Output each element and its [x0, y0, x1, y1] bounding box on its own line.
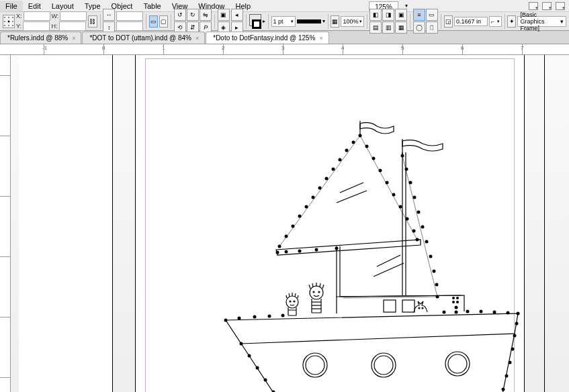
scale-percent-value: 100% [343, 18, 358, 25]
constrain-proportions-icon[interactable]: ⛓ [88, 15, 97, 28]
document-tab-label: *Doto to DotFantasy.indd @ 125% [213, 34, 315, 42]
scale-x-input[interactable] [116, 11, 143, 21]
fill-frame-icon[interactable]: ◧ [369, 9, 382, 21]
fit-content-to-frame-icon[interactable]: ▥ [382, 21, 394, 34]
auto-fit-icon[interactable]: ▦ [395, 21, 407, 34]
y-input[interactable] [23, 21, 50, 31]
margin-guide [145, 58, 515, 392]
menu-file[interactable]: File [0, 1, 23, 11]
select-container-icon[interactable]: ▣ [218, 9, 230, 21]
corner-radius-input[interactable] [454, 17, 488, 26]
swatch-dropdown-arrow[interactable]: ▸ [263, 18, 265, 24]
fit-content-icon[interactable]: ▦ [331, 15, 339, 28]
menu-edit[interactable]: Edit [23, 1, 46, 11]
close-icon[interactable]: × [320, 35, 323, 42]
corner-options-icon[interactable]: ◲ [444, 15, 453, 28]
object-style-dropdown[interactable]: [Basic Graphics Frame]▾ [517, 16, 566, 27]
svg-point-7 [8, 25, 9, 26]
wrap-none-icon[interactable]: ≡ [413, 9, 425, 21]
wrap-object-icon[interactable]: ◯ [413, 21, 425, 34]
document-tab-label: *DOT to DOT (uttam).indd @ 84% [89, 34, 191, 42]
fit-frame-to-content-icon[interactable]: ▤ [369, 21, 382, 34]
close-icon[interactable]: × [195, 35, 199, 42]
stroke-weight-value: 1 pt [273, 18, 283, 25]
h-label: H: [52, 23, 58, 30]
wrap-bounding-icon[interactable]: ▭ [426, 9, 438, 21]
svg-point-1 [8, 17, 9, 18]
svg-point-5 [12, 21, 13, 22]
document-tab[interactable]: *Rulers.indd @ 88% × [0, 32, 81, 44]
workspace [0, 55, 569, 392]
corner-shape-dropdown[interactable]: ⌐▾ [489, 16, 502, 27]
h-input[interactable] [59, 21, 86, 31]
rotate-ccw-icon[interactable]: ↺ [174, 9, 186, 21]
document-tab[interactable]: *Doto to DotFantasy.indd @ 125% × [206, 32, 329, 44]
document-tab-label: *Rulers.indd @ 88% [7, 34, 68, 42]
effects-icon[interactable]: ✦ [507, 15, 516, 28]
container-mode-button[interactable]: ▭ [149, 15, 158, 28]
fit-proportionally-icon[interactable]: ◨ [382, 9, 394, 21]
center-content-icon[interactable]: ▣ [395, 9, 407, 21]
svg-point-4 [8, 20, 10, 22]
x-label: X: [16, 13, 22, 19]
control-panel: X: Y: W: H: ⛓ ↔ ↕ ▭ ▢ ↺ ↻ ⇋ ⟲ ⇵ P ▣ ◈ ◂ … [0, 12, 569, 31]
svg-point-0 [4, 17, 5, 18]
stroke-weight-dropdown[interactable]: 1 pt▾ [271, 16, 296, 27]
wrap-jump-icon[interactable]: ⌷ [426, 21, 438, 34]
select-previous-icon[interactable]: ◂ [231, 9, 243, 21]
svg-point-3 [4, 21, 5, 22]
horizontal-ruler[interactable]: -1 0 1 2 3 4 5 6 7 [0, 44, 569, 55]
facing-page-edge [19, 55, 113, 392]
w-input[interactable] [60, 11, 87, 21]
vertical-ruler[interactable] [0, 55, 11, 392]
document-tab[interactable]: *DOT to DOT (uttam).indd @ 84% × [82, 32, 205, 44]
menu-table[interactable]: Table [138, 1, 166, 11]
flip-horizontal-icon[interactable]: ⇋ [200, 9, 212, 21]
x-input[interactable] [24, 11, 50, 21]
menu-type[interactable]: Type [79, 1, 106, 11]
scale-percent-dropdown[interactable]: 100%▾ [341, 16, 363, 27]
object-style-value: [Basic Graphics Frame] [520, 11, 560, 32]
close-icon[interactable]: × [72, 35, 75, 42]
document-tabs: *Rulers.indd @ 88% × *DOT to DOT (uttam)… [0, 31, 569, 44]
menu-bar: File Edit Layout Type Object Table View … [0, 0, 569, 12]
scale-y-input[interactable] [116, 21, 143, 31]
content-mode-button[interactable]: ▢ [159, 15, 168, 28]
svg-point-8 [12, 25, 13, 26]
w-label: W: [52, 13, 59, 19]
stroke-swatch[interactable] [252, 19, 261, 29]
canvas-area[interactable] [11, 55, 569, 392]
view-options-icons [529, 2, 569, 10]
arrange-documents-icon[interactable] [542, 2, 552, 10]
svg-point-2 [12, 17, 13, 18]
scale-x-icon[interactable]: ↔ [103, 9, 115, 21]
rotate-cw-icon[interactable]: ↻ [187, 9, 199, 21]
svg-point-6 [4, 25, 5, 26]
reference-point-proxy[interactable] [3, 15, 15, 28]
stroke-style-preview[interactable] [297, 19, 320, 23]
y-label: Y: [16, 23, 21, 30]
fill-stroke-proxy[interactable] [249, 14, 261, 29]
menu-layout[interactable]: Layout [46, 1, 79, 11]
screen-mode-icon[interactable] [529, 2, 538, 10]
workspace-icon[interactable] [556, 2, 565, 10]
